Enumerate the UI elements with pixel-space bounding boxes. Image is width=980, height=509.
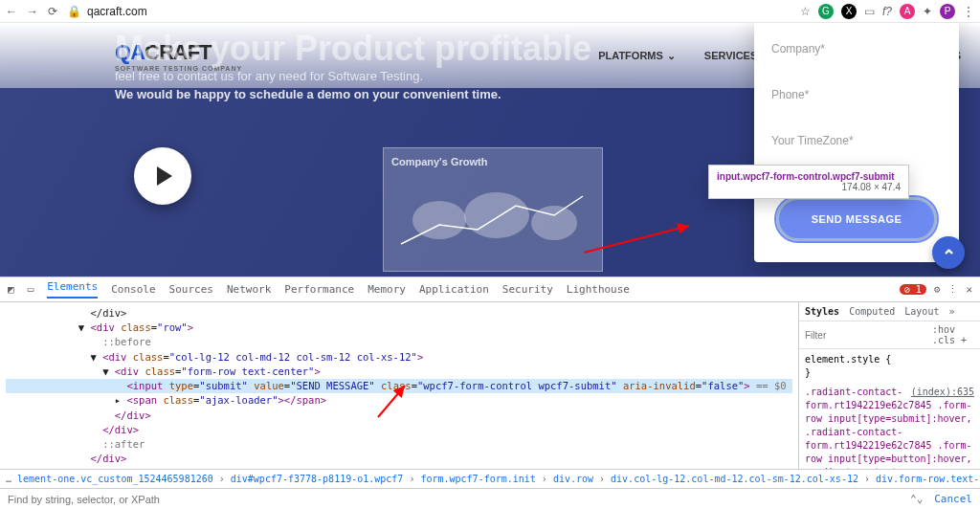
tab-sources[interactable]: Sources xyxy=(169,283,213,296)
inspect-tooltip: input.wpcf7-form-control.wpcf7-submit 17… xyxy=(708,165,909,199)
send-message-button[interactable]: SEND MESSAGE xyxy=(776,197,938,241)
phone-field[interactable] xyxy=(771,82,942,107)
tab-lighthouse[interactable]: Lighthouse xyxy=(567,283,630,296)
ext-box-icon[interactable]: ▭ xyxy=(864,5,875,18)
inspect-dimensions: 174.08 × 47.4 xyxy=(842,182,901,192)
browser-address-bar: ← → ⟳ 🔒 qacraft.com ☆ G X ▭ f? A ✦ P ⋮ xyxy=(0,0,980,23)
selected-dom-node[interactable]: <input type="submit" value="SEND MESSAGE… xyxy=(6,379,792,393)
computed-tab[interactable]: Computed xyxy=(849,306,895,317)
ext-puzzle-icon[interactable]: ✦ xyxy=(923,5,932,18)
hero-title: Make your Product profitable xyxy=(115,29,591,69)
elements-search-bar: ⌃ ⌄ Cancel xyxy=(0,488,980,509)
scroll-to-top-button[interactable] xyxy=(932,236,965,269)
extension-icons: ☆ G X ▭ f? A ✦ P ⋮ xyxy=(800,4,974,19)
timezone-field[interactable] xyxy=(771,128,942,153)
settings-gear-icon[interactable]: ⚙ xyxy=(934,283,941,296)
filter-extras[interactable]: :hov .cls + xyxy=(932,324,974,345)
tab-security[interactable]: Security xyxy=(502,283,553,296)
dom-breadcrumb[interactable]: … lement-one.vc_custom_1524465981260 › d… xyxy=(0,469,980,488)
back-icon[interactable]: ← xyxy=(6,5,17,18)
device-mode-icon[interactable]: ▭ xyxy=(28,283,34,296)
contact-form-card: Ema SEND MESSAGE xyxy=(754,23,959,262)
ext-grammarly[interactable]: G xyxy=(818,4,834,19)
play-button[interactable] xyxy=(134,147,191,205)
lock-icon: 🔒 xyxy=(67,5,81,18)
styles-sidebar: Styles Computed Layout » :hov .cls + ele… xyxy=(798,302,980,469)
company-field[interactable] xyxy=(771,36,942,61)
profile-avatar[interactable]: P xyxy=(940,4,955,19)
elements-tree[interactable]: </div> ▼ <div class="row"> ::before ▼ <d… xyxy=(0,302,798,469)
devtools-panel: ◩ ▭ Elements Console Sources Network Per… xyxy=(0,277,980,509)
styles-tab[interactable]: Styles xyxy=(805,306,839,317)
ext-x[interactable]: X xyxy=(841,4,857,19)
hero-line1: feel free to contact us for any need for… xyxy=(115,69,591,83)
kebab-icon[interactable]: ⋮ xyxy=(947,283,958,296)
reload-icon[interactable]: ⟳ xyxy=(48,5,57,18)
ext-a[interactable]: A xyxy=(900,4,915,19)
svg-point-1 xyxy=(464,192,529,238)
tab-performance[interactable]: Performance xyxy=(284,283,354,296)
kebab-icon[interactable]: ⋮ xyxy=(963,5,974,18)
error-count-badge[interactable]: ⊘ 1 xyxy=(900,284,926,295)
page-hero: QACRAFT SOFTWARE TESTING COMPANY PLATFOR… xyxy=(0,23,980,277)
tab-elements[interactable]: Elements xyxy=(47,280,98,299)
layout-tab[interactable]: Layout xyxy=(904,306,939,317)
forward-icon[interactable]: → xyxy=(27,5,38,18)
hero-copy: Make your Product profitable feel free t… xyxy=(115,29,591,101)
styles-rules[interactable]: element.style { } (index):635.radiant-co… xyxy=(799,349,980,469)
tab-application[interactable]: Application xyxy=(419,283,489,296)
nav-platforms[interactable]: PLATFORMS ⌄ xyxy=(598,50,676,62)
tab-network[interactable]: Network xyxy=(227,283,271,296)
search-cancel-button[interactable]: Cancel xyxy=(923,493,972,505)
tab-memory[interactable]: Memory xyxy=(368,283,406,296)
url-field[interactable]: 🔒 qacraft.com xyxy=(67,5,791,18)
world-map-graphic xyxy=(391,167,592,263)
chart-title: Company's Growth xyxy=(391,156,594,167)
ext-whatfont[interactable]: f? xyxy=(882,5,892,18)
search-prev-icon[interactable]: ⌃ xyxy=(910,493,917,505)
star-icon[interactable]: ☆ xyxy=(800,5,811,18)
inspect-selector: input.wpcf7-form-control.wpcf7-submit xyxy=(717,171,895,182)
devtools-tabs: ◩ ▭ Elements Console Sources Network Per… xyxy=(0,277,980,302)
tab-console[interactable]: Console xyxy=(111,283,155,296)
search-next-icon[interactable]: ⌄ xyxy=(917,493,924,505)
close-devtools-icon[interactable]: ✕ xyxy=(966,283,972,296)
styles-filter-input[interactable] xyxy=(805,330,926,341)
url-text: qacraft.com xyxy=(87,5,147,18)
hero-line2: We would be happy to schedule a demo on … xyxy=(115,87,591,101)
more-tabs[interactable]: » xyxy=(948,306,954,317)
rule-source-link[interactable]: (index):635 xyxy=(911,386,974,399)
growth-chart-card: Company's Growth xyxy=(383,147,603,272)
elements-search-input[interactable] xyxy=(8,494,910,505)
inspect-mode-icon[interactable]: ◩ xyxy=(8,283,14,296)
